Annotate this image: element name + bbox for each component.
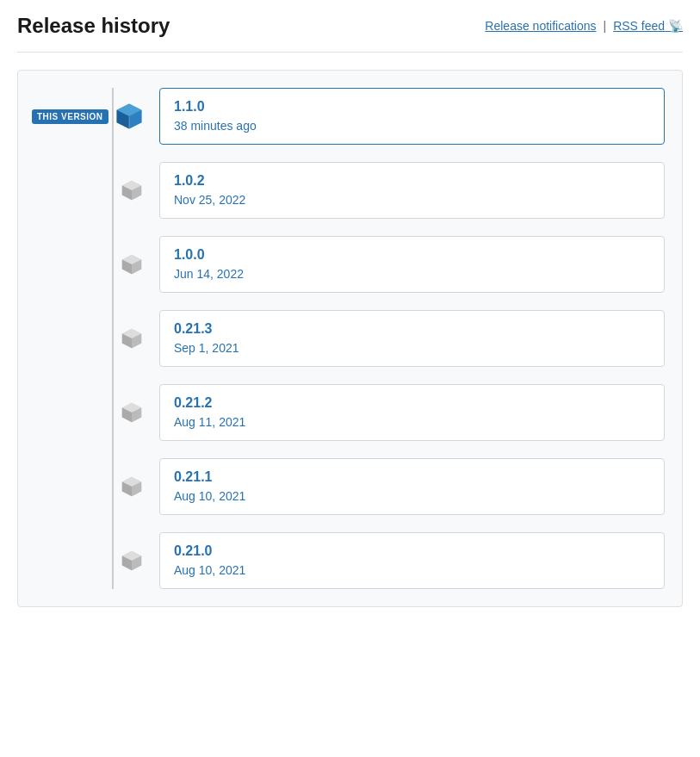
release-date-6: Aug 10, 2021: [174, 489, 245, 503]
item-left-current: THIS VERSION: [32, 101, 144, 132]
page-title: Release history: [17, 14, 170, 38]
package-icon-7: [120, 549, 144, 573]
package-icon-4: [120, 326, 144, 351]
release-card-4: 0.21.3 Sep 1, 2021: [159, 310, 665, 367]
item-left-2: [32, 178, 144, 202]
header-links: Release notifications | RSS feed 📡: [485, 19, 683, 33]
release-version-2[interactable]: 1.0.2: [174, 173, 650, 189]
timeline-item-7: 0.21.0 Aug 10, 2021: [32, 532, 665, 589]
release-date-3: Jun 14, 2022: [174, 267, 244, 281]
release-card-current: 1.1.0 38 minutes ago: [159, 88, 665, 145]
rss-icon: 📡: [668, 19, 683, 33]
item-left-6: [32, 475, 144, 499]
release-date-5: Aug 11, 2021: [174, 415, 245, 429]
release-card-7: 0.21.0 Aug 10, 2021: [159, 532, 665, 589]
release-version-7[interactable]: 0.21.0: [174, 543, 650, 559]
rss-feed-label: RSS feed: [613, 19, 665, 33]
item-left-5: [32, 400, 144, 425]
item-left-4: [32, 326, 144, 351]
timeline: THIS VERSION 1.1.0 38 minutes ago: [32, 88, 665, 589]
timeline-item-5: 0.21.2 Aug 11, 2021: [32, 384, 665, 441]
package-icon-2: [120, 178, 144, 202]
separator: |: [604, 19, 607, 33]
release-version-6[interactable]: 0.21.1: [174, 469, 650, 485]
release-version[interactable]: 1.1.0: [174, 99, 650, 115]
item-left-3: [32, 252, 144, 276]
release-date-2: Nov 25, 2022: [174, 193, 245, 207]
release-date-4: Sep 1, 2021: [174, 341, 239, 355]
timeline-item: 1.0.2 Nov 25, 2022: [32, 162, 665, 219]
this-version-badge: THIS VERSION: [32, 109, 108, 124]
release-version-3[interactable]: 1.0.0: [174, 247, 650, 263]
page-header: Release history Release notifications | …: [17, 14, 683, 53]
release-version-4[interactable]: 0.21.3: [174, 321, 650, 337]
package-icon-5: [120, 400, 144, 425]
release-date: 38 minutes ago: [174, 119, 257, 133]
release-card-2: 1.0.2 Nov 25, 2022: [159, 162, 665, 219]
release-date-7: Aug 10, 2021: [174, 563, 245, 577]
package-icon-6: [120, 475, 144, 499]
rss-feed-link[interactable]: RSS feed 📡: [613, 19, 683, 33]
timeline-item-4: 0.21.3 Sep 1, 2021: [32, 310, 665, 367]
timeline-item: THIS VERSION 1.1.0 38 minutes ago: [32, 88, 665, 145]
release-version-5[interactable]: 0.21.2: [174, 395, 650, 411]
release-card-5: 0.21.2 Aug 11, 2021: [159, 384, 665, 441]
release-card-6: 0.21.1 Aug 10, 2021: [159, 458, 665, 515]
item-left-7: [32, 549, 144, 573]
timeline-container: THIS VERSION 1.1.0 38 minutes ago: [17, 70, 683, 607]
release-card-3: 1.0.0 Jun 14, 2022: [159, 236, 665, 293]
timeline-item-6: 0.21.1 Aug 10, 2021: [32, 458, 665, 515]
release-notifications-link[interactable]: Release notifications: [485, 19, 596, 33]
current-package-icon: [114, 101, 145, 132]
package-icon-3: [120, 252, 144, 276]
timeline-item-3: 1.0.0 Jun 14, 2022: [32, 236, 665, 293]
